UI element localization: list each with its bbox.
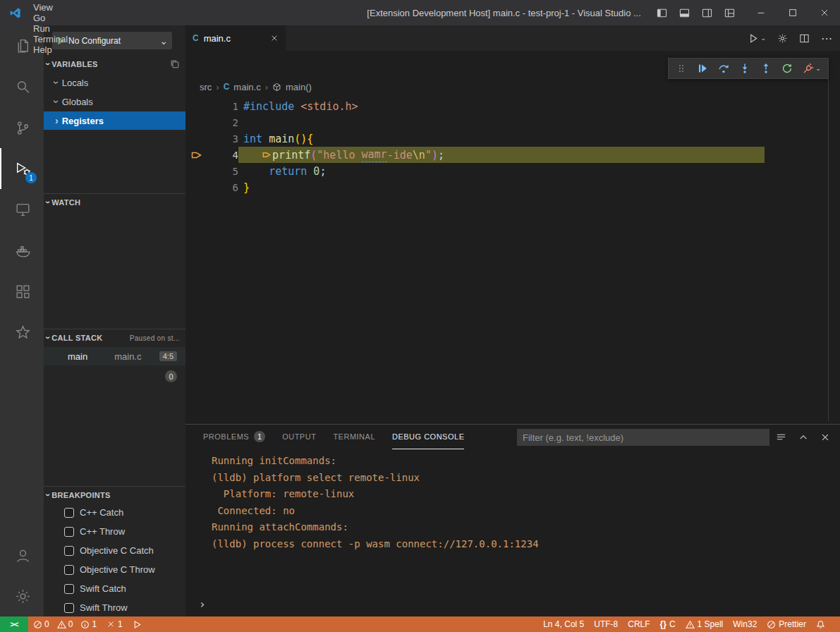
eol-indicator[interactable]: CRLF [623,616,655,632]
code-line[interactable]: 5 return 0; [185,163,829,179]
more-actions-icon[interactable]: ⋯ [821,32,833,45]
spell-checker-status[interactable]: 1 Spell [681,616,729,632]
step-out-icon[interactable] [756,59,775,78]
breakpoint-checkbox[interactable] [64,603,74,613]
variables-section-header[interactable]: › VARIABLES [44,56,185,72]
menu-terminal[interactable]: Terminal [27,34,77,44]
breakpoint-checkbox[interactable] [64,584,74,594]
formatter-status[interactable]: Prettier [762,616,811,632]
toggle-secondary-sidebar-icon[interactable] [702,8,712,18]
activity-run-and-debug-icon[interactable]: 1 [0,148,44,189]
menu-help[interactable]: Help [27,44,77,55]
problems-status[interactable]: 0 0 1 [28,616,102,632]
restart-icon[interactable] [777,59,796,78]
breakpoint-checkbox[interactable] [64,546,74,556]
breakpoints-list: C++ CatchC++ ThrowObjective C CatchObjec… [44,503,185,617]
encoding-indicator[interactable]: UTF-8 [589,616,623,632]
activity-remote-explorer-icon[interactable] [0,189,44,230]
activity-favorites-icon[interactable] [0,312,44,353]
breakpoint-item[interactable]: Objective C Catch [44,541,185,560]
scope-label: Locals [62,78,89,88]
stack-frame-row[interactable]: main main.c 4:5 [44,347,185,365]
maximize-button[interactable] [777,0,808,25]
code-line[interactable]: 3int main(){ [185,130,829,147]
current-frame-marker[interactable] [185,150,215,160]
menu-go[interactable]: Go [27,13,77,23]
step-into-icon[interactable] [735,59,754,78]
toggle-panel-icon[interactable] [679,8,690,18]
debug-console-output[interactable]: Running initCommands:(lldb) platform sel… [212,453,833,552]
breakpoint-checkbox[interactable] [64,527,74,537]
chevron-down-icon: › [44,201,52,204]
breakpoint-checkbox[interactable] [64,508,74,518]
call-stack-section-header[interactable]: › CALL STACK Paused on st... [44,330,185,346]
panel-tab-terminal[interactable]: TERMINAL [333,425,375,449]
code-text: printf("hello wamr-ide\n"); [238,148,444,162]
notifications-bell[interactable] [811,616,830,632]
tools-status[interactable]: 1 [102,616,128,632]
paused-status: Paused on st... [130,334,180,342]
maximize-panel-icon[interactable] [798,432,808,442]
code-editor[interactable]: 1#include <stdio.h>23int main(){4 printf… [185,93,829,424]
code-line[interactable]: 1#include <stdio.h> [185,98,829,114]
output-actions-icon[interactable] [776,432,786,442]
minimize-button[interactable] [745,0,777,25]
breakpoint-checkbox[interactable] [64,565,74,575]
console-filter-input[interactable] [517,429,769,446]
step-over-icon[interactable] [714,59,733,78]
activity-search-icon[interactable] [0,66,44,107]
variables-scope-registers[interactable]: › Registers [44,111,185,130]
language-mode[interactable]: {}C [655,616,681,632]
chevron-down-icon: › [51,81,61,85]
breakpoint-item[interactable]: C++ Catch [44,503,185,522]
disconnect-icon[interactable]: ⌄ [798,59,825,78]
toolbar-drag-handle[interactable] [671,59,690,78]
toggle-sidebar-icon[interactable] [657,8,667,18]
chevron-down-icon: › [44,494,52,497]
cursor-position[interactable]: Ln 4, Col 5 [538,616,589,632]
panel-tab-debug-console[interactable]: DEBUG CONSOLE [392,425,464,449]
activity-docker-icon[interactable] [0,230,44,271]
code-line[interactable]: 4 printf("hello wamr-ide\n"); [185,147,829,163]
breakpoints-section-header[interactable]: › BREAKPOINTS [44,487,185,503]
platform-indicator[interactable]: Win32 [728,616,762,632]
activity-extensions-icon[interactable] [0,271,44,312]
gear-icon[interactable] [777,33,788,44]
menu-view[interactable]: View [27,2,77,13]
debug-quick-access[interactable] [128,616,147,632]
customize-layout-icon[interactable] [724,8,735,18]
panel-actions [776,425,830,449]
close-panel-icon[interactable] [820,432,830,442]
editor-group: C main.c ⌄ ⋯ src › C main.c › main() [185,25,840,424]
breadcrumb-file[interactable]: main.c [233,82,260,92]
remote-indicator[interactable]: >< [0,616,28,632]
console-input-prompt[interactable]: › [199,597,206,611]
breakpoint-label: Objective C Throw [80,564,155,575]
breakpoint-item[interactable]: Objective C Throw [44,560,185,579]
code-line[interactable]: 2 [185,114,829,130]
breadcrumb-symbol[interactable]: main() [286,82,312,92]
panel-tab-problems[interactable]: PROBLEMS1 [203,425,265,449]
breadcrumb-folder[interactable]: src [200,82,212,92]
activity-settings-icon[interactable] [0,576,44,616]
breakpoint-item[interactable]: C++ Throw [44,522,185,541]
menu-run[interactable]: Run [27,23,77,34]
breakpoint-item[interactable]: Swift Catch [44,579,185,598]
split-editor-icon[interactable] [799,33,810,44]
collapse-all-icon[interactable] [170,59,180,69]
tab-main-c[interactable]: C main.c [185,25,286,51]
breakpoint-item[interactable]: Swift Throw [44,598,185,617]
variables-scope-locals[interactable]: › Locals [44,73,185,92]
inline-breakpoint-icon[interactable] [262,151,271,159]
panel-tab-output[interactable]: OUTPUT [282,425,316,449]
run-or-debug-icon[interactable]: ⌄ [748,33,766,44]
code-line[interactable]: 6} [185,179,829,195]
close-tab-icon[interactable] [270,34,279,42]
variables-scope-globals[interactable]: › Globals [44,92,185,111]
close-button[interactable] [808,0,840,25]
activity-source-control-icon[interactable] [0,107,44,148]
activity-accounts-icon[interactable] [0,535,44,576]
chevron-down-icon: › [44,336,52,339]
continue-icon[interactable] [693,59,712,78]
watch-section-header[interactable]: › WATCH [44,195,185,210]
